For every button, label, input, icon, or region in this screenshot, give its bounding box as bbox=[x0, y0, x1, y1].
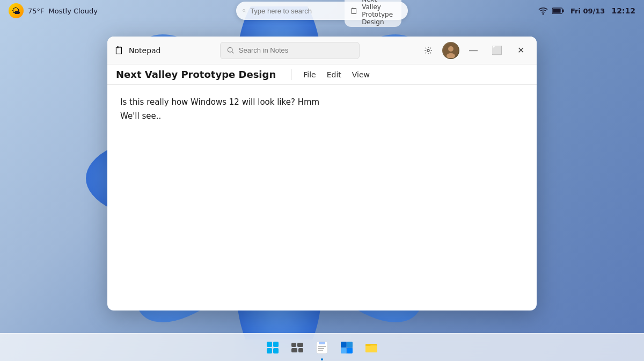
svg-rect-37 bbox=[291, 348, 297, 352]
svg-rect-50 bbox=[365, 345, 377, 352]
taskbar-search[interactable]: 🗒 Next Valley Prototype Design bbox=[236, 2, 408, 20]
svg-point-29 bbox=[448, 46, 453, 52]
notepad-window: 🗒 Notepad bbox=[107, 37, 537, 311]
titlebar-left: 🗒 Notepad bbox=[114, 44, 161, 57]
svg-point-19 bbox=[243, 10, 245, 12]
menu-file[interactable]: File bbox=[298, 68, 321, 81]
topbar: 🌤 75°F Mostly Cloudy 🗒 Next Valley Proto… bbox=[0, 0, 644, 21]
svg-point-27 bbox=[427, 49, 429, 52]
time-display: 12:12 bbox=[611, 6, 635, 15]
svg-rect-47 bbox=[341, 348, 347, 353]
maximize-button[interactable]: ⬜ bbox=[487, 41, 507, 60]
document-title: Next Valley Prototype Design bbox=[116, 69, 276, 80]
search-active-text: Next Valley Prototype Design bbox=[362, 0, 396, 26]
battery-icon bbox=[552, 7, 564, 15]
svg-point-21 bbox=[543, 13, 544, 15]
system-tray: Fri 09/13 12:12 bbox=[538, 6, 635, 16]
temperature: 75°F bbox=[28, 7, 45, 15]
svg-rect-34 bbox=[273, 348, 279, 353]
svg-rect-23 bbox=[562, 9, 564, 12]
svg-rect-40 bbox=[319, 342, 325, 344]
taskbar bbox=[0, 333, 644, 361]
weather-condition: Mostly Cloudy bbox=[49, 7, 98, 15]
taskbar-photos-button[interactable] bbox=[336, 337, 357, 358]
titlebar: 🗒 Notepad bbox=[107, 37, 537, 64]
titlebar-right: — ⬜ ✕ bbox=[419, 41, 530, 60]
notes-search-input[interactable] bbox=[239, 46, 353, 54]
content-line-2: We'll see.. bbox=[120, 110, 524, 124]
svg-rect-33 bbox=[267, 348, 272, 353]
svg-rect-46 bbox=[347, 342, 353, 348]
app-title: Notepad bbox=[129, 46, 161, 55]
weather-icon: 🌤 bbox=[9, 3, 24, 18]
svg-rect-31 bbox=[267, 342, 272, 347]
svg-rect-51 bbox=[365, 344, 371, 346]
date-display: Fri 09/13 bbox=[570, 7, 605, 15]
taskbar-notepad-button[interactable] bbox=[311, 337, 333, 358]
menu-view[interactable]: View bbox=[347, 68, 375, 81]
svg-rect-35 bbox=[291, 343, 296, 347]
weather-widget: 🌤 75°F Mostly Cloudy bbox=[9, 3, 98, 18]
settings-button[interactable] bbox=[419, 41, 438, 60]
taskbar-explorer-button[interactable] bbox=[361, 337, 382, 358]
active-search-result: 🗒 Next Valley Prototype Design bbox=[345, 0, 401, 27]
svg-rect-24 bbox=[553, 9, 560, 13]
search-input[interactable] bbox=[250, 7, 340, 15]
tray-icons bbox=[538, 6, 564, 16]
taskbar-start-button[interactable] bbox=[262, 337, 283, 358]
svg-rect-32 bbox=[273, 342, 279, 347]
svg-rect-36 bbox=[297, 343, 303, 347]
content-line-1: Is this really how Windows 12 will look … bbox=[120, 96, 524, 110]
search-icon bbox=[243, 7, 246, 15]
svg-rect-48 bbox=[347, 348, 353, 353]
notes-search-bar[interactable] bbox=[220, 42, 360, 59]
svg-point-25 bbox=[228, 47, 232, 52]
menubar: Next Valley Prototype Design File Edit V… bbox=[107, 64, 537, 85]
wifi-icon bbox=[538, 6, 548, 16]
svg-rect-38 bbox=[298, 348, 303, 352]
note-content-area[interactable]: Is this really how Windows 12 will look … bbox=[107, 85, 537, 311]
svg-rect-45 bbox=[341, 342, 347, 348]
menu-divider bbox=[291, 69, 291, 80]
svg-line-20 bbox=[245, 11, 245, 12]
close-button[interactable]: ✕ bbox=[511, 41, 530, 60]
notepad-logo-icon: 🗒 bbox=[114, 44, 125, 57]
svg-line-26 bbox=[232, 52, 233, 53]
taskbar-taskview-button[interactable] bbox=[287, 337, 308, 358]
user-avatar[interactable] bbox=[442, 42, 459, 59]
search-icon bbox=[227, 47, 235, 54]
minimize-button[interactable]: — bbox=[464, 41, 483, 60]
menu-edit[interactable]: Edit bbox=[321, 68, 347, 81]
